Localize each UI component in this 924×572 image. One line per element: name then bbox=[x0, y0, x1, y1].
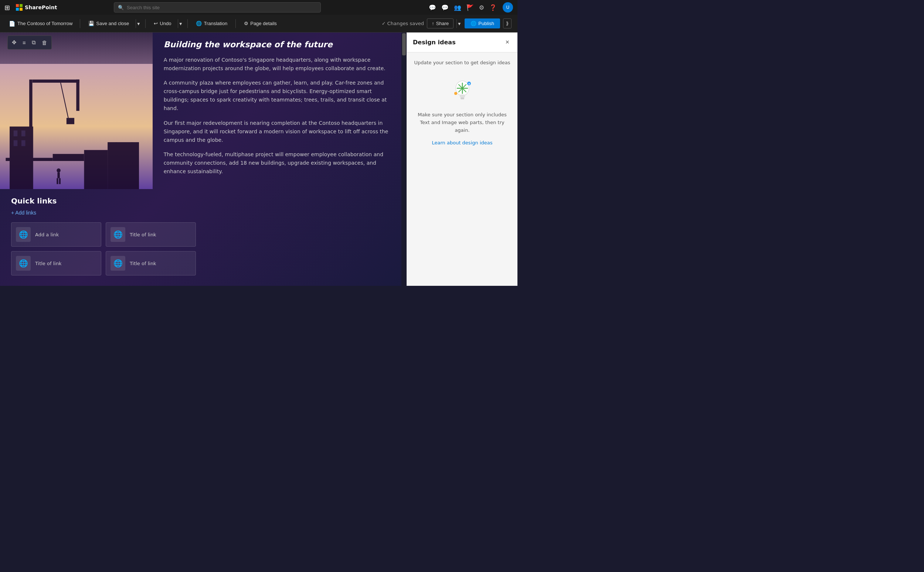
content-para-4: The technology-fueled, multiphase projec… bbox=[164, 150, 390, 176]
svg-rect-19 bbox=[115, 174, 133, 175]
duplicate-section-button[interactable]: ⧉ bbox=[29, 37, 39, 48]
link-icon-2: 🌐 bbox=[111, 227, 125, 242]
content-para-1: A major renovation of Contoso's Singapor… bbox=[164, 56, 390, 73]
top-navigation: ⊞ SharePoint 🔍 💬 💬 👥 🚩 ⚙ ❓ U bbox=[0, 0, 517, 15]
svg-rect-10 bbox=[22, 140, 25, 146]
sharepoint-label[interactable]: SharePoint bbox=[25, 5, 57, 10]
construction-image bbox=[0, 33, 153, 189]
link-card-1[interactable]: 🌐 Add a link bbox=[11, 222, 101, 247]
svg-rect-26 bbox=[461, 98, 464, 99]
svg-rect-15 bbox=[115, 142, 117, 189]
search-input[interactable] bbox=[127, 5, 317, 10]
content-para-3: Our first major redevelopment is nearing… bbox=[164, 119, 390, 145]
svg-rect-22 bbox=[56, 178, 58, 184]
svg-rect-9 bbox=[14, 140, 18, 146]
page-details-button[interactable]: ⚙ Page details bbox=[240, 19, 280, 28]
link-card-3[interactable]: 🌐 Title of link bbox=[11, 251, 101, 275]
quick-links-section: Quick links + Add links 🌐 Add a link 🌐 T… bbox=[0, 189, 401, 283]
publish-icon: 🌐 bbox=[471, 21, 477, 26]
quick-links-title: Quick links bbox=[11, 196, 390, 205]
page-content: Add a caption Building the workspace of … bbox=[0, 33, 401, 286]
svg-point-33 bbox=[454, 92, 457, 95]
link-icon-1: 🌐 bbox=[16, 227, 31, 242]
translation-icon: 🌐 bbox=[196, 21, 202, 26]
svg-rect-18 bbox=[115, 162, 133, 163]
svg-rect-17 bbox=[115, 150, 133, 151]
publish-button[interactable]: 🌐 Publish bbox=[464, 19, 500, 28]
people-icon[interactable]: 👥 bbox=[454, 4, 461, 11]
svg-rect-8 bbox=[22, 131, 25, 136]
design-hint-message: Make sure your section only includes Tex… bbox=[413, 111, 511, 134]
content-heading: Building the workspace of the future bbox=[164, 40, 390, 49]
toolbar-divider-3 bbox=[187, 19, 188, 28]
design-update-message: Update your section to get design ideas bbox=[414, 60, 510, 65]
settings-icon[interactable]: ⚙ bbox=[479, 4, 484, 11]
undo-button[interactable]: ↩ Undo bbox=[150, 19, 175, 28]
undo-dropdown[interactable]: ▾ bbox=[178, 19, 183, 28]
design-ideas-panel: Design ideas × Update your section to ge… bbox=[407, 33, 517, 286]
toolbar-divider-2 bbox=[145, 19, 146, 28]
add-links-button[interactable]: + Add links bbox=[11, 210, 36, 216]
move-section-button[interactable]: ✥ bbox=[9, 37, 19, 48]
save-close-dropdown[interactable]: ▾ bbox=[136, 19, 141, 28]
scroll-thumb[interactable] bbox=[402, 33, 406, 55]
share-icon: ↑ bbox=[432, 21, 434, 26]
user-avatar[interactable]: U bbox=[503, 2, 513, 12]
microsoft-logo: SharePoint bbox=[16, 4, 57, 11]
svg-rect-7 bbox=[14, 131, 18, 136]
toolbar-left: 📄 The Contoso of Tomorrow 💾 Save and clo… bbox=[6, 19, 380, 28]
search-bar[interactable]: 🔍 bbox=[114, 2, 321, 12]
link-title-2: Title of link bbox=[130, 232, 156, 238]
svg-rect-3 bbox=[76, 79, 79, 111]
link-icon-4: 🌐 bbox=[111, 256, 125, 270]
checkmark-icon: ✓ bbox=[382, 21, 386, 26]
help-icon[interactable]: ❓ bbox=[489, 4, 497, 11]
svg-rect-14 bbox=[108, 142, 139, 189]
svg-text:✦: ✦ bbox=[468, 82, 471, 85]
main-area: ✥ ≡ ⧉ 🗑 bbox=[0, 33, 517, 286]
toolbar-right: ✓ Changes saved ↑ Share ▾ 🌐 Publish ⟫ bbox=[382, 19, 511, 28]
app-launcher-icon[interactable]: ⊞ bbox=[5, 4, 10, 11]
translation-button[interactable]: 🌐 Translation bbox=[192, 19, 231, 28]
link-icon-3: 🌐 bbox=[16, 256, 31, 270]
design-panel-header: Design ideas × bbox=[407, 33, 517, 53]
help-feedback-icon[interactable]: 💬 bbox=[429, 4, 436, 11]
share-dropdown[interactable]: ▾ bbox=[457, 19, 462, 28]
page-title-button[interactable]: 📄 The Contoso of Tomorrow bbox=[6, 19, 75, 28]
scroll-track[interactable] bbox=[401, 33, 407, 286]
content-para-2: A community plaza where employees can ga… bbox=[164, 79, 390, 113]
link-title-3: Title of link bbox=[35, 261, 62, 266]
toolbar-divider-1 bbox=[80, 19, 80, 28]
svg-point-20 bbox=[56, 168, 61, 173]
changes-saved-status: ✓ Changes saved bbox=[382, 21, 424, 26]
save-icon: 💾 bbox=[88, 21, 94, 26]
image-section[interactable]: Add a caption bbox=[0, 33, 153, 189]
learn-design-ideas-link[interactable]: Learn about design ideas bbox=[432, 140, 493, 146]
link-title-1: Add a link bbox=[35, 232, 59, 238]
design-lightbulb-icon: ✦ bbox=[447, 74, 477, 104]
text-section: Building the workspace of the future A m… bbox=[153, 33, 401, 189]
share-button[interactable]: ↑ Share bbox=[427, 19, 453, 28]
svg-rect-25 bbox=[460, 95, 465, 98]
close-design-panel-button[interactable]: × bbox=[503, 38, 511, 47]
undo-icon: ↩ bbox=[154, 21, 158, 26]
delete-section-button[interactable]: 🗑 bbox=[39, 37, 50, 48]
svg-rect-12 bbox=[53, 154, 84, 161]
save-close-button[interactable]: 💾 Save and close bbox=[85, 19, 133, 28]
conversation-icon[interactable]: 💬 bbox=[441, 4, 449, 11]
page-title-text: The Contoso of Tomorrow bbox=[17, 21, 72, 26]
link-card-2[interactable]: 🌐 Title of link bbox=[106, 222, 196, 247]
content-row: Add a caption Building the workspace of … bbox=[0, 33, 401, 189]
section-settings-button[interactable]: ≡ bbox=[20, 37, 28, 48]
link-card-4[interactable]: 🌐 Title of link bbox=[106, 251, 196, 275]
toolbar-divider-4 bbox=[235, 19, 236, 28]
page-icon: 📄 bbox=[9, 21, 15, 26]
svg-rect-21 bbox=[57, 173, 59, 178]
design-panel-title: Design ideas bbox=[413, 39, 456, 46]
svg-rect-16 bbox=[131, 142, 133, 189]
svg-rect-11 bbox=[6, 158, 53, 161]
svg-rect-13 bbox=[84, 150, 108, 189]
flag-icon[interactable]: 🚩 bbox=[466, 4, 474, 11]
collapse-button[interactable]: ⟫ bbox=[503, 19, 511, 28]
section-floating-toolbar: ✥ ≡ ⧉ 🗑 bbox=[8, 36, 52, 50]
